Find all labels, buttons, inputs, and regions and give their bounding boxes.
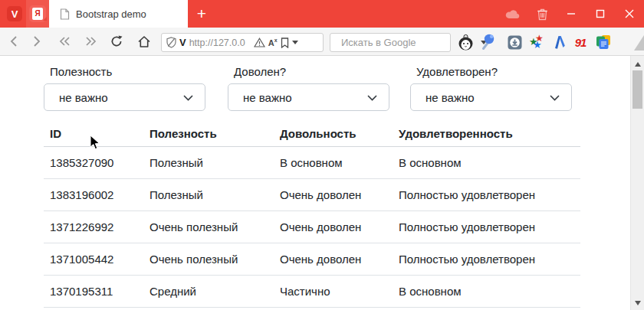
col-header-id: ID bbox=[44, 127, 150, 140]
site-badge-icon: V bbox=[179, 38, 186, 47]
filter-udovletvoren: Удовлетворен? не важно bbox=[410, 65, 572, 111]
window-controls bbox=[498, 0, 644, 28]
scroll-down-arrow[interactable] bbox=[635, 301, 641, 305]
fast-forward-button[interactable] bbox=[81, 32, 100, 51]
stars-extension-icon[interactable]: ★ ★ ★ bbox=[529, 34, 546, 51]
new-tab-button[interactable]: + bbox=[191, 0, 212, 28]
url-input[interactable] bbox=[189, 38, 251, 48]
chevron-down-icon bbox=[367, 95, 377, 101]
table-row: 1371226992 Очень полезный Очень доволен … bbox=[44, 211, 580, 243]
browser-window: V Я Bootstrap demo + bbox=[0, 0, 644, 310]
trash-icon[interactable] bbox=[527, 0, 557, 28]
penguin-extension-icon[interactable] bbox=[457, 34, 474, 51]
download-extension-icon[interactable] bbox=[506, 34, 523, 51]
titlebar: V Я Bootstrap demo + bbox=[0, 0, 644, 28]
bookmark-icon[interactable] bbox=[281, 38, 289, 48]
address-dropdown-caret[interactable] bbox=[292, 41, 298, 44]
page-content: Полезность не важно Доволен? не важно Уд… bbox=[0, 56, 630, 310]
table-row: 1370195311 Средний Частично В основном bbox=[44, 276, 580, 308]
col-header-dovolnost: Довольность bbox=[280, 127, 399, 140]
table-header-row: ID Полезность Довольность Удовлетворенно… bbox=[44, 121, 580, 147]
select-value: не важно bbox=[426, 91, 475, 104]
tab-title: Bootstrap demo bbox=[76, 8, 146, 20]
reload-button[interactable] bbox=[107, 32, 126, 51]
select-dovolen[interactable]: не важно bbox=[228, 83, 389, 111]
filter-label: Доволен? bbox=[234, 65, 389, 78]
select-udovletvoren[interactable]: не важно bbox=[410, 83, 572, 111]
vertical-scrollbar[interactable] bbox=[630, 56, 644, 310]
forward-button[interactable] bbox=[28, 32, 46, 51]
blue-ribbon-extension-icon[interactable] bbox=[550, 34, 567, 51]
col-header-udovletvorennost: Удовлетворенность bbox=[399, 127, 580, 140]
filter-label: Полезность bbox=[50, 65, 205, 78]
minimize-button[interactable] bbox=[557, 0, 586, 28]
table-row: 1385327090 Полезный В основном В основно… bbox=[44, 147, 580, 179]
rewind-button[interactable] bbox=[55, 32, 74, 51]
address-bar[interactable]: V Ax bbox=[161, 33, 324, 52]
filter-poleznost: Полезность не важно bbox=[44, 65, 205, 111]
warning-triangle-icon[interactable] bbox=[254, 38, 265, 47]
select-poleznost[interactable]: не важно bbox=[44, 83, 205, 111]
yandex-favicon-icon: Я bbox=[29, 5, 46, 22]
clipped-gray-icon bbox=[634, 35, 644, 51]
results-table: ID Полезность Довольность Удовлетворенно… bbox=[44, 121, 580, 308]
maximize-button[interactable] bbox=[586, 0, 615, 28]
select-value: не важно bbox=[59, 91, 108, 104]
filter-label: Удовлетворен? bbox=[416, 65, 572, 78]
vivaldi-logo-icon: V bbox=[12, 9, 18, 19]
search-field[interactable] bbox=[330, 33, 451, 52]
tab-bootstrap-demo[interactable]: Bootstrap demo bbox=[49, 0, 188, 28]
pinned-tab-yandex[interactable]: Я bbox=[26, 0, 49, 28]
scroll-up-arrow[interactable] bbox=[635, 62, 641, 67]
chevron-down-icon bbox=[183, 95, 193, 101]
table-row: 1371005442 Очень полезный Очень доволен … bbox=[44, 243, 580, 276]
vivaldi-menu-button[interactable]: V bbox=[7, 6, 22, 21]
table-row: 1383196002 Полезный Очень доволен Полнос… bbox=[44, 179, 580, 211]
scrollbar-thumb[interactable] bbox=[632, 70, 642, 109]
red-91-extension-icon[interactable]: 91 bbox=[570, 34, 590, 51]
blue-magnifier-extension-icon[interactable] bbox=[479, 34, 496, 51]
chevron-down-icon bbox=[550, 95, 560, 101]
shield-blocker-icon[interactable] bbox=[166, 37, 176, 48]
docs-stack-extension-icon[interactable] bbox=[595, 34, 612, 51]
sync-cloud-icon[interactable] bbox=[498, 0, 527, 28]
translate-icon[interactable]: Ax bbox=[268, 38, 278, 47]
filter-dovolen: Доволен? не важно bbox=[228, 65, 389, 111]
back-button[interactable] bbox=[5, 32, 23, 51]
select-value: не важно bbox=[243, 91, 292, 104]
close-button[interactable] bbox=[615, 0, 644, 28]
search-input[interactable] bbox=[341, 37, 476, 48]
page-icon bbox=[60, 8, 70, 20]
col-header-poleznost: Полезность bbox=[150, 127, 280, 140]
home-button[interactable] bbox=[135, 32, 153, 51]
